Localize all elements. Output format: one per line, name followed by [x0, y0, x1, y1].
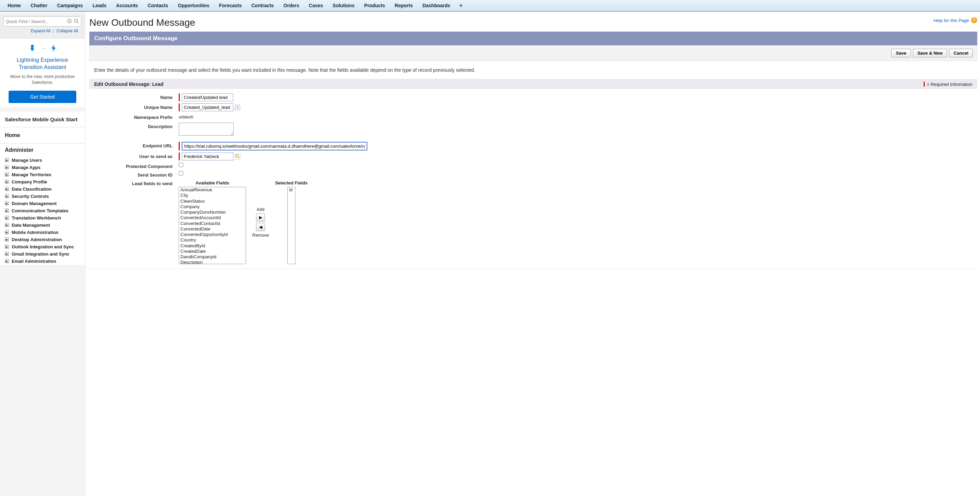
nav-tab-contacts[interactable]: Contacts	[143, 0, 173, 11]
user-lookup-icon[interactable]	[235, 154, 241, 160]
send-session-label: Send Session ID	[96, 171, 179, 178]
add-field-button[interactable]: ▶	[256, 213, 265, 221]
svg-line-2	[77, 22, 79, 23]
nav-tab-campaigns[interactable]: Campaigns	[52, 0, 88, 11]
separator: |	[53, 29, 54, 33]
available-field-option[interactable]: City	[179, 193, 246, 198]
nav-tab-products[interactable]: Products	[360, 0, 390, 11]
nav-tab-leads[interactable]: Leads	[88, 0, 111, 11]
namespace-value: srbtech	[179, 113, 194, 121]
user-to-send-input[interactable]	[182, 153, 233, 161]
nav-add-tab[interactable]: +	[455, 1, 467, 11]
expand-arrow-icon: ▶	[5, 187, 9, 191]
nav-tab-dashboards[interactable]: Dashboards	[417, 0, 455, 11]
protected-component-label: Protected Component	[96, 162, 179, 169]
svg-line-4	[238, 157, 240, 158]
nav-tab-home[interactable]: Home	[3, 0, 26, 11]
selected-fields-listbox[interactable]: Id	[287, 187, 296, 264]
nav-tab-forecasts[interactable]: Forecasts	[214, 0, 247, 11]
nav-tab-chatter[interactable]: Chatter	[26, 0, 52, 11]
nav-tab-opportunities[interactable]: Opportunities	[173, 0, 215, 11]
sidebar-admin-item[interactable]: ▶Data Management	[5, 221, 80, 229]
expand-arrow-icon: ▶	[5, 180, 9, 184]
sidebar-admin-item[interactable]: ▶Gmail Integration and Sync	[5, 250, 80, 258]
nav-tab-contracts[interactable]: Contracts	[247, 0, 279, 11]
expand-arrow-icon: ▶	[5, 216, 9, 220]
description-textarea[interactable]	[179, 122, 234, 136]
expand-arrow-icon: ▶	[5, 230, 9, 234]
page-title: New Outbound Message	[89, 17, 195, 28]
sidebar-admin-item[interactable]: ▶Data Classification	[5, 186, 80, 193]
remove-field-button[interactable]: ◀	[256, 223, 265, 231]
available-field-option[interactable]: DandbCompanyId	[179, 254, 246, 260]
nav-tab-reports[interactable]: Reports	[390, 0, 418, 11]
expand-arrow-icon: ▶	[5, 194, 9, 198]
nav-tab-cases[interactable]: Cases	[304, 0, 328, 11]
sidebar-admin-item[interactable]: ▶Desktop Administration	[5, 236, 80, 243]
nav-tab-solutions[interactable]: Solutions	[328, 0, 360, 11]
sidebar-admin-item[interactable]: ▶Email Administration	[5, 258, 80, 265]
save-button[interactable]: Save	[891, 49, 911, 57]
cancel-button[interactable]: Cancel	[949, 49, 973, 57]
help-for-page-link[interactable]: Help for this Page ?	[934, 17, 977, 23]
instruction-text: Enter the details of your outbound messa…	[89, 61, 977, 79]
expand-arrow-icon: ▶	[5, 245, 9, 249]
sidebar-admin-item[interactable]: ▶Translation Workbench	[5, 215, 80, 221]
available-field-option[interactable]: CleanStatus	[179, 199, 246, 204]
search-icon[interactable]	[73, 18, 79, 25]
available-field-option[interactable]: CreatedById	[179, 243, 246, 249]
info-icon[interactable]: i	[235, 105, 240, 110]
section-header: Configure Outbound Message	[89, 32, 977, 45]
expand-arrow-icon: ▶	[5, 259, 9, 263]
endpoint-url-label: Endpoint URL	[96, 142, 179, 148]
protected-component-checkbox[interactable]	[179, 162, 183, 167]
available-field-option[interactable]: ConvertedDate	[179, 226, 246, 232]
sidebar-admin-item[interactable]: ▶Domain Management	[5, 200, 80, 207]
name-label: Name	[96, 94, 179, 100]
expand-arrow-icon: ▶	[5, 223, 9, 227]
available-field-option[interactable]: Description	[179, 260, 246, 264]
send-session-checkbox[interactable]	[179, 171, 183, 175]
available-field-option[interactable]: ConvertedContactId	[179, 221, 246, 226]
quick-find-input[interactable]	[6, 19, 65, 24]
sidebar-admin-item[interactable]: ▶Mobile Administration	[5, 229, 80, 236]
available-field-option[interactable]: ConvertedOpportunityId	[179, 232, 246, 237]
sidebar-admin-item[interactable]: ▶Manage Apps	[5, 164, 80, 171]
collapse-all-link[interactable]: Collapse All	[56, 29, 78, 33]
name-input[interactable]	[182, 94, 233, 101]
sidebar-admin-item[interactable]: ▶Communication Templates	[5, 207, 80, 215]
mobile-quick-start-link[interactable]: Salesforce Mobile Quick Start	[0, 111, 85, 127]
selected-field-option[interactable]: Id	[288, 187, 295, 193]
available-field-option[interactable]: AnnualRevenue	[179, 187, 246, 193]
lex-title: Lightning Experience Transition Assistan…	[5, 57, 80, 71]
sidebar-admin-item[interactable]: ▶Manage Users	[5, 157, 80, 164]
available-field-option[interactable]: CreatedDate	[179, 249, 246, 254]
sidebar-admin-item[interactable]: ▶Security Controls	[5, 193, 80, 200]
available-fields-listbox[interactable]: AnnualRevenueCityCleanStatusCompanyCompa…	[179, 187, 246, 264]
available-field-option[interactable]: Country	[179, 237, 246, 243]
expand-arrow-icon: ▶	[5, 158, 9, 162]
expand-arrow-icon: ▶	[5, 237, 9, 242]
edit-section-header: Edit Outbound Message: Lead	[94, 81, 163, 87]
expand-all-link[interactable]: Expand All	[31, 29, 51, 33]
clear-icon[interactable]	[67, 18, 72, 25]
save-and-new-button[interactable]: Save & New	[913, 49, 947, 57]
available-field-option[interactable]: Company	[179, 204, 246, 210]
available-field-option[interactable]: CompanyDunsNumber	[179, 210, 246, 215]
arrow-right-icon: →	[41, 45, 47, 52]
nav-tab-orders[interactable]: Orders	[279, 0, 304, 11]
main-content: New Outbound Message Help for this Page …	[85, 12, 980, 496]
setup-sidebar: Expand All | Collapse All → Lightning Ex…	[0, 12, 85, 496]
required-marker-icon	[924, 82, 925, 87]
sidebar-admin-item[interactable]: ▶Company Profile	[5, 178, 80, 186]
endpoint-url-input[interactable]	[182, 142, 368, 151]
nav-tab-accounts[interactable]: Accounts	[111, 0, 143, 11]
available-field-option[interactable]: ConvertedAccountId	[179, 215, 246, 221]
get-started-button[interactable]: Get Started	[9, 91, 76, 103]
unique-name-label: Unique Name	[96, 103, 179, 110]
unique-name-input[interactable]	[182, 103, 233, 111]
sidebar-admin-item[interactable]: ▶Manage Territories	[5, 171, 80, 178]
expand-arrow-icon: ▶	[5, 208, 9, 213]
sidebar-home-link[interactable]: Home	[0, 127, 85, 143]
sidebar-admin-item[interactable]: ▶Outlook Integration and Sync	[5, 243, 80, 250]
